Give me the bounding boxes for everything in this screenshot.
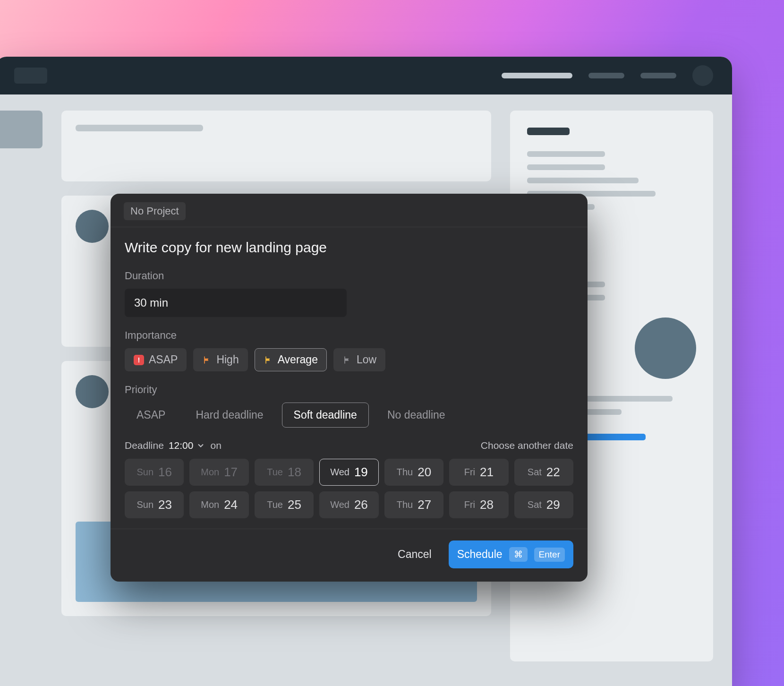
importance-option-label: ASAP xyxy=(149,353,178,366)
day-cell-24[interactable]: Mon24 xyxy=(189,491,248,518)
priority-option-soft[interactable]: Soft deadline xyxy=(282,403,369,428)
importance-option-high[interactable]: High xyxy=(193,348,247,371)
day-of-week: Mon xyxy=(201,499,219,510)
app-window: No Project Write copy for new landing pa… xyxy=(0,57,732,686)
day-number: 20 xyxy=(418,465,431,480)
day-cell-26[interactable]: Wed26 xyxy=(319,491,378,518)
day-of-week: Sat xyxy=(528,499,542,510)
day-of-week: Thu xyxy=(397,499,413,510)
day-number: 26 xyxy=(354,497,368,512)
asap-badge-icon: ! xyxy=(134,355,144,365)
flag-icon xyxy=(202,355,212,365)
importance-option-low[interactable]: Low xyxy=(333,348,385,371)
day-of-week: Wed xyxy=(330,467,349,478)
importance-label: Importance xyxy=(125,329,573,342)
priority-label: Priority xyxy=(125,384,573,396)
sidebar xyxy=(0,111,43,661)
sidebar-placeholder xyxy=(0,111,43,148)
day-cell-27[interactable]: Thu27 xyxy=(384,491,443,518)
day-number: 28 xyxy=(480,497,494,512)
card-placeholder xyxy=(61,111,491,181)
kbd-cmd-icon: ⌘ xyxy=(509,547,528,562)
deadline-time-select[interactable]: 12:00 xyxy=(169,440,206,451)
nav-placeholder xyxy=(588,73,624,78)
day-of-week: Wed xyxy=(330,499,349,510)
day-cell-21[interactable]: Fri21 xyxy=(449,459,508,486)
day-number: 16 xyxy=(158,465,172,480)
cancel-button[interactable]: Cancel xyxy=(394,542,435,566)
day-cell-28[interactable]: Fri28 xyxy=(449,491,508,518)
day-of-week: Fri xyxy=(464,467,475,478)
project-row: No Project xyxy=(111,194,588,227)
day-cell-19[interactable]: Wed19 xyxy=(319,459,378,486)
priority-option-asap[interactable]: ASAP xyxy=(125,403,177,428)
deadline-on-label: on xyxy=(210,440,221,451)
day-number: 19 xyxy=(354,465,368,480)
day-number: 25 xyxy=(288,497,301,512)
importance-option-asap[interactable]: !ASAP xyxy=(125,348,187,371)
flag-icon xyxy=(342,355,352,365)
task-title: Write copy for new landing page xyxy=(125,240,573,256)
importance-options: !ASAPHighAverageLow xyxy=(125,348,573,371)
nav-placeholder xyxy=(640,73,676,78)
day-cell-20[interactable]: Thu20 xyxy=(384,459,443,486)
priority-options: ASAPHard deadlineSoft deadlineNo deadlin… xyxy=(125,403,573,428)
day-of-week: Tue xyxy=(267,499,283,510)
day-number: 17 xyxy=(224,465,238,480)
kbd-enter: Enter xyxy=(534,548,565,562)
schedule-task-modal: No Project Write copy for new landing pa… xyxy=(111,194,588,582)
importance-option-label: Low xyxy=(357,353,376,366)
day-number: 27 xyxy=(418,497,431,512)
day-of-week: Thu xyxy=(397,467,413,478)
day-cell-16: Sun16 xyxy=(125,459,184,486)
day-cell-18: Tue18 xyxy=(255,459,314,486)
deadline-day-grid: Sun16Mon17Tue18Wed19Thu20Fri21Sat22Sun23… xyxy=(125,459,573,518)
choose-another-date-link[interactable]: Choose another date xyxy=(481,440,573,451)
day-of-week: Sun xyxy=(136,499,153,510)
day-of-week: Sat xyxy=(528,467,542,478)
duration-label: Duration xyxy=(125,270,573,282)
deadline-label: Deadline xyxy=(125,440,164,451)
priority-option-hard[interactable]: Hard deadline xyxy=(184,403,275,428)
day-of-week: Fri xyxy=(464,499,475,510)
priority-option-none[interactable]: No deadline xyxy=(375,403,457,428)
day-number: 29 xyxy=(546,497,560,512)
day-cell-25[interactable]: Tue25 xyxy=(255,491,314,518)
project-chip[interactable]: No Project xyxy=(124,202,186,220)
chevron-down-icon xyxy=(196,441,205,450)
day-number: 22 xyxy=(546,465,560,480)
importance-option-average[interactable]: Average xyxy=(255,348,327,371)
day-number: 23 xyxy=(158,497,172,512)
importance-option-label: High xyxy=(216,353,239,366)
day-cell-29[interactable]: Sat29 xyxy=(514,491,573,518)
day-of-week: Sun xyxy=(136,467,153,478)
avatar-placeholder xyxy=(692,65,713,86)
day-number: 18 xyxy=(288,465,301,480)
duration-input[interactable] xyxy=(125,289,347,317)
day-cell-23[interactable]: Sun23 xyxy=(125,491,184,518)
day-cell-17: Mon17 xyxy=(189,459,248,486)
day-of-week: Mon xyxy=(201,467,219,478)
schedule-button-label: Schedule xyxy=(457,548,503,561)
brand-placeholder xyxy=(14,68,47,84)
day-of-week: Tue xyxy=(267,467,283,478)
day-number: 21 xyxy=(480,465,494,480)
app-header xyxy=(0,57,732,94)
nav-placeholder xyxy=(502,73,572,78)
schedule-button[interactable]: Schedule ⌘ Enter xyxy=(449,540,573,568)
flag-icon xyxy=(264,355,273,365)
day-cell-22[interactable]: Sat22 xyxy=(514,459,573,486)
day-number: 24 xyxy=(224,497,238,512)
importance-option-label: Average xyxy=(278,353,318,366)
